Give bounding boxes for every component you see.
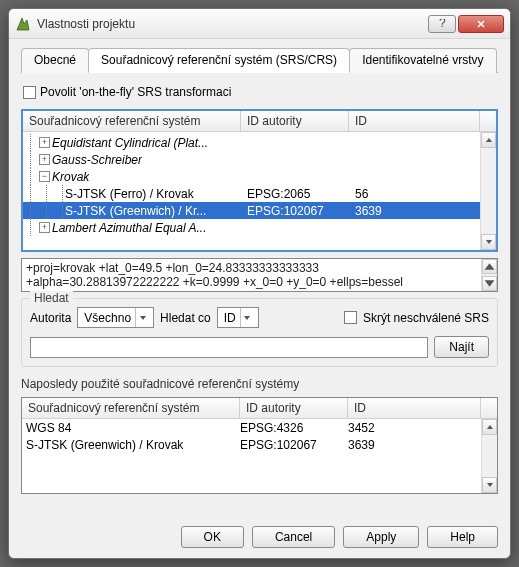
search-legend: Hledat — [30, 291, 73, 305]
col-id[interactable]: ID — [348, 398, 481, 418]
scroll-down-icon[interactable] — [481, 234, 496, 250]
tab-bar: Obecné Souřadnicový referenční systém (S… — [21, 47, 498, 73]
tab-general[interactable]: Obecné — [21, 48, 89, 73]
chevron-down-icon[interactable] — [135, 308, 149, 327]
col-auth[interactable]: ID autority — [240, 398, 348, 418]
tree-row[interactable]: + Equidistant Cylindrical (Plat... — [23, 134, 480, 151]
window-title: Vlastnosti projektu — [37, 17, 426, 31]
col-scroll-spacer — [481, 398, 497, 418]
tree-row[interactable]: + Gauss-Schreiber — [23, 151, 480, 168]
search-row-1: Autorita Všechno Hledat co ID Skrýt nesc… — [30, 307, 489, 328]
crs-tree-body: + Equidistant Cylindrical (Plat... + Gau… — [23, 132, 496, 250]
window-buttons: ? — [426, 15, 504, 33]
scroll-down-icon[interactable] — [482, 477, 497, 493]
help-button[interactable]: Help — [427, 526, 498, 548]
col-id[interactable]: ID — [349, 111, 480, 131]
scroll-down-icon[interactable] — [482, 276, 497, 291]
chevron-down-icon[interactable] — [240, 308, 254, 327]
apply-button[interactable]: Apply — [343, 526, 419, 548]
recent-table: Souřadnicový referenční systém ID autori… — [21, 397, 498, 494]
close-button[interactable] — [458, 15, 504, 33]
expand-icon[interactable]: + — [39, 154, 50, 165]
recent-scrollbar[interactable] — [481, 419, 497, 493]
dialog-window: Vlastnosti projektu ? Obecné Souřadnicov… — [8, 8, 511, 559]
dialog-buttons: OK Cancel Apply Help — [9, 520, 510, 558]
col-auth[interactable]: ID autority — [241, 111, 349, 131]
expand-icon[interactable]: + — [39, 222, 50, 233]
help-button[interactable]: ? — [428, 15, 456, 33]
table-row[interactable]: WGS 84 EPSG:4326 3452 — [22, 419, 481, 436]
search-group: Hledat Autorita Všechno Hledat co ID Skr… — [21, 298, 498, 367]
app-icon — [15, 16, 31, 32]
svg-text:?: ? — [439, 19, 446, 29]
tree-row[interactable]: + Lambert Azimuthal Equal A... — [23, 219, 480, 236]
recent-body: WGS 84 EPSG:4326 3452 S-JTSK (Greenwich)… — [22, 419, 497, 493]
otf-label: Povolit 'on-the-fly' SRS transformaci — [40, 85, 231, 99]
scroll-up-icon[interactable] — [481, 132, 496, 148]
ok-button[interactable]: OK — [181, 526, 244, 548]
proj-scrollbar[interactable] — [481, 259, 497, 291]
search-input[interactable] — [30, 337, 428, 358]
hide-deprecated-label: Skrýt neschválené SRS — [363, 311, 489, 325]
scroll-up-icon[interactable] — [482, 259, 497, 274]
otf-checkbox[interactable] — [23, 86, 36, 99]
tree-row-selected[interactable]: S-JTSK (Greenwich) / Kr... EPSG:102067 3… — [23, 202, 480, 219]
searchfor-combo[interactable]: ID — [217, 307, 259, 328]
expand-icon[interactable]: + — [39, 137, 50, 148]
col-crs[interactable]: Souřadnicový referenční systém — [22, 398, 240, 418]
cancel-button[interactable]: Cancel — [252, 526, 335, 548]
authority-combo[interactable]: Všechno — [77, 307, 154, 328]
hide-deprecated-checkbox[interactable] — [344, 311, 357, 324]
authority-label: Autorita — [30, 311, 71, 325]
proj-string-box[interactable]: +proj=krovak +lat_0=49.5 +lon_0=24.83333… — [21, 258, 498, 292]
otf-row: Povolit 'on-the-fly' SRS transformaci — [23, 85, 498, 99]
crs-tree-table: Souřadnicový referenční systém ID autori… — [21, 109, 498, 252]
col-scroll-spacer — [480, 111, 496, 131]
content-area: Obecné Souřadnicový referenční systém (S… — [9, 39, 510, 520]
titlebar[interactable]: Vlastnosti projektu ? — [9, 9, 510, 39]
recent-header: Souřadnicový referenční systém ID autori… — [22, 398, 497, 419]
find-button[interactable]: Najít — [434, 336, 489, 358]
table-row[interactable]: S-JTSK (Greenwich) / Krovak EPSG:102067 … — [22, 436, 481, 453]
searchfor-label: Hledat co — [160, 311, 211, 325]
tree-row[interactable]: − Krovak — [23, 168, 480, 185]
tab-crs[interactable]: Souřadnicový referenční systém (SRS/CRS) — [88, 48, 350, 73]
proj-line: +proj=krovak +lat_0=49.5 +lon_0=24.83333… — [26, 261, 493, 275]
recent-label: Naposledy použité souřadnicové referenčn… — [21, 377, 498, 391]
scroll-up-icon[interactable] — [482, 419, 497, 435]
search-row-2: Najít — [30, 336, 489, 358]
tree-scrollbar[interactable] — [480, 132, 496, 250]
collapse-icon[interactable]: − — [39, 171, 50, 182]
crs-tree-header: Souřadnicový referenční systém ID autori… — [23, 111, 496, 132]
tab-layers[interactable]: Identifikovatelné vrstvy — [349, 48, 496, 73]
proj-line: +alpha=30.28813972222222 +k=0.9999 +x_0=… — [26, 275, 493, 289]
crs-tree[interactable]: + Equidistant Cylindrical (Plat... + Gau… — [23, 132, 480, 250]
col-crs[interactable]: Souřadnicový referenční systém — [23, 111, 241, 131]
tree-row[interactable]: S-JTSK (Ferro) / Krovak EPSG:2065 56 — [23, 185, 480, 202]
